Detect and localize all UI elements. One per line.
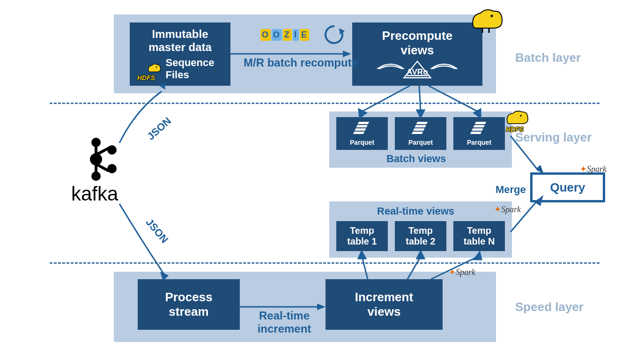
realtime-views-label: Real-time views bbox=[377, 205, 454, 217]
parquet-icon bbox=[470, 121, 489, 135]
svg-rect-11 bbox=[353, 132, 364, 134]
increment-views-box: Increment views bbox=[326, 279, 443, 330]
parquet-box-2: Parquet bbox=[395, 117, 446, 150]
svg-rect-17 bbox=[473, 125, 484, 127]
avro-logo-icon: AVRo bbox=[373, 58, 462, 80]
precompute-views-box: Precompute views AVRo bbox=[352, 22, 482, 86]
svg-line-31 bbox=[407, 257, 421, 279]
svg-marker-32 bbox=[417, 251, 424, 259]
svg-rect-18 bbox=[472, 128, 483, 131]
parquet-icon bbox=[353, 121, 371, 135]
svg-point-0 bbox=[155, 66, 157, 67]
merge-label: Merge bbox=[496, 184, 526, 196]
svg-marker-45 bbox=[160, 272, 169, 281]
temp-table-2: Temptable 2 bbox=[395, 221, 446, 251]
svg-rect-12 bbox=[416, 122, 428, 124]
svg-line-46 bbox=[511, 136, 539, 171]
recompute-cycle-icon bbox=[323, 23, 346, 46]
svg-rect-8 bbox=[358, 122, 369, 124]
svg-marker-30 bbox=[358, 251, 366, 259]
svg-point-20 bbox=[520, 115, 522, 117]
query-label: Query bbox=[550, 180, 585, 195]
arrow-precompute-to-parquet bbox=[328, 86, 515, 119]
parquet-label-2: Parquet bbox=[408, 139, 433, 146]
increment-l2: views bbox=[368, 304, 401, 319]
svg-line-33 bbox=[431, 257, 478, 279]
hadoop-elephant-icon bbox=[146, 62, 162, 75]
master-line2: master data bbox=[148, 41, 212, 54]
svg-marker-44 bbox=[159, 81, 168, 90]
process-stream-box: Process stream bbox=[138, 279, 240, 330]
oozie-logo: OOZIE bbox=[260, 29, 310, 41]
batch-views-label: Batch views bbox=[386, 153, 446, 165]
svg-rect-13 bbox=[415, 125, 426, 127]
precompute-line2: views bbox=[401, 43, 434, 58]
svg-line-23 bbox=[419, 86, 421, 111]
realtime-inc-label: Real-time increment bbox=[240, 309, 329, 335]
svg-rect-16 bbox=[475, 122, 486, 124]
svg-rect-9 bbox=[356, 125, 367, 127]
process-l1: Process bbox=[165, 290, 212, 304]
process-l2: stream bbox=[169, 304, 208, 319]
svg-marker-34 bbox=[474, 252, 481, 260]
increment-l1: Increment bbox=[355, 290, 413, 304]
svg-marker-24 bbox=[417, 110, 424, 118]
parquet-label-3: Parquet bbox=[467, 139, 491, 146]
kafka-label: kafka bbox=[71, 183, 118, 205]
svg-point-39 bbox=[107, 164, 117, 173]
parquet-box-1: Parquet bbox=[336, 117, 388, 150]
hdfs-badge-master: HDFS bbox=[137, 74, 155, 82]
svg-line-48 bbox=[511, 199, 539, 232]
svg-marker-7 bbox=[343, 51, 351, 57]
temp-table-n: Temptable N bbox=[453, 221, 505, 251]
svg-rect-19 bbox=[470, 132, 481, 134]
svg-line-29 bbox=[362, 257, 368, 279]
precompute-line1: Precompute bbox=[382, 29, 452, 43]
hadoop-elephant-icon-large bbox=[468, 6, 506, 36]
svg-point-5 bbox=[491, 15, 493, 17]
arrow-realtimeviews-to-query bbox=[511, 197, 548, 234]
temp-table-1: Temptable 1 bbox=[336, 221, 388, 251]
svg-rect-10 bbox=[355, 128, 366, 131]
arrow-master-to-precompute bbox=[230, 47, 352, 61]
parquet-label-1: Parquet bbox=[350, 139, 374, 146]
sequence-line1: Sequence bbox=[166, 57, 215, 69]
svg-rect-40 bbox=[95, 145, 97, 156]
svg-line-25 bbox=[429, 86, 478, 111]
svg-text:AVRo: AVRo bbox=[407, 67, 428, 76]
spark-badge-query: ✦Spark bbox=[580, 164, 607, 174]
batch-layer-label: Batch layer bbox=[515, 51, 581, 65]
arrow-kafka-to-process bbox=[117, 201, 183, 283]
master-line1: Immutable bbox=[152, 28, 208, 41]
arrow-batchviews-to-query bbox=[511, 136, 548, 178]
kafka-logo-icon bbox=[83, 136, 122, 183]
svg-line-21 bbox=[362, 86, 410, 111]
arrow-increment-to-temp bbox=[328, 251, 515, 279]
svg-rect-43 bbox=[96, 163, 109, 172]
svg-marker-49 bbox=[535, 195, 543, 206]
svg-rect-14 bbox=[413, 128, 424, 131]
svg-rect-15 bbox=[412, 132, 423, 134]
parquet-icon bbox=[411, 121, 430, 135]
parquet-box-3: Parquet bbox=[453, 117, 505, 150]
sequence-line2: Files bbox=[166, 69, 215, 81]
speed-layer-label: Speed layer bbox=[515, 300, 584, 314]
